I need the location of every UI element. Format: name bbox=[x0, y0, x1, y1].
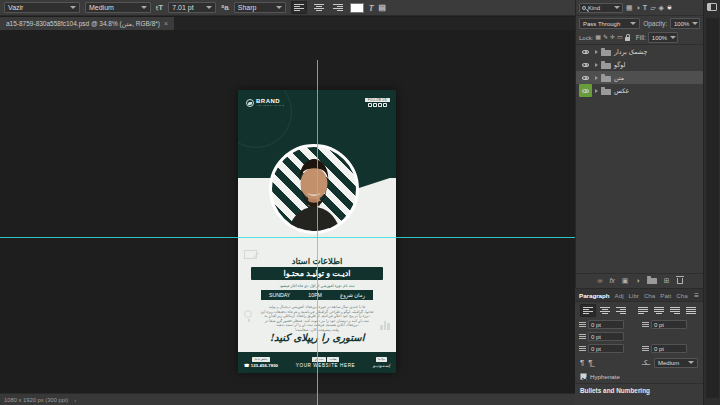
tab-character[interactable]: Cha bbox=[644, 292, 655, 299]
font-family-select[interactable]: Vazir bbox=[4, 2, 80, 13]
layer-name: متن bbox=[614, 74, 624, 81]
ltr-paragraph-icon[interactable]: ¶ bbox=[580, 358, 584, 367]
bullets-section-header[interactable]: Bullets and Numbering bbox=[575, 383, 703, 397]
para-align-left-button[interactable] bbox=[580, 304, 596, 317]
filter-type-icon[interactable]: T bbox=[643, 4, 647, 11]
para-justify-last-center-button[interactable] bbox=[652, 305, 666, 316]
kashida-value: Medium bbox=[658, 360, 679, 366]
eye-icon bbox=[582, 50, 589, 54]
layer-row[interactable]: چشمک بردار bbox=[576, 45, 703, 58]
chevron-down-icon bbox=[70, 6, 76, 9]
signature-text: اِسـتـودیـو bbox=[373, 363, 390, 368]
document-title: a15-8759-830a558fc104.psd @ 34.8% (متن, … bbox=[6, 20, 160, 28]
horizontal-guide[interactable] bbox=[0, 237, 575, 238]
fill-label: Fill: bbox=[636, 34, 646, 41]
new-group-icon[interactable] bbox=[647, 278, 657, 284]
site-tag-1: ثبت نام bbox=[312, 357, 326, 362]
space-after-value[interactable]: 0 pt bbox=[651, 344, 687, 353]
tab-channels[interactable]: Cha bbox=[676, 292, 687, 299]
fill-select[interactable]: 100% bbox=[648, 32, 678, 43]
document-tab-bar: a15-8759-830a558fc104.psd @ 34.8% (متن, … bbox=[0, 17, 575, 30]
toggle-panels-icon[interactable]: ▤ bbox=[379, 3, 387, 12]
opacity-select[interactable]: 100% bbox=[670, 18, 700, 29]
layer-row[interactable]: لوگو bbox=[576, 58, 703, 71]
adjustment-layer-icon[interactable]: ◑ bbox=[635, 277, 639, 284]
filter-pixel-icon[interactable]: ▦ bbox=[626, 4, 633, 11]
para-align-right-button[interactable] bbox=[614, 305, 628, 316]
layer-row-selected[interactable]: متن bbox=[576, 71, 703, 84]
align-left-button[interactable] bbox=[291, 1, 307, 14]
brand-tagline: ADVERTISING bbox=[256, 104, 285, 107]
visibility-toggle[interactable] bbox=[579, 84, 592, 97]
lock-artboard-icon[interactable]: ▭ bbox=[617, 34, 623, 41]
lock-position-icon[interactable]: ✛ bbox=[610, 34, 615, 41]
para-align-center-button[interactable] bbox=[598, 305, 612, 316]
lock-all-icon[interactable] bbox=[625, 37, 630, 41]
canvas-area[interactable]: BRAND ADVERTISING FOLLOW US bbox=[0, 30, 575, 393]
lock-pixels-icon[interactable]: ✎ bbox=[603, 34, 608, 41]
expand-chevron-icon[interactable] bbox=[595, 89, 598, 93]
filter-toggle-icon[interactable] bbox=[667, 5, 672, 10]
collapsed-panel-dock bbox=[703, 0, 720, 405]
document-tab[interactable]: a15-8759-830a558fc104.psd @ 34.8% (متن, … bbox=[0, 17, 174, 30]
indent-left-value[interactable]: 0 pt bbox=[588, 320, 624, 329]
eye-icon bbox=[582, 89, 589, 93]
lock-transparency-icon[interactable]: ▦ bbox=[595, 34, 601, 41]
indent-right-field[interactable]: 0 pt bbox=[642, 320, 699, 329]
align-center-button[interactable] bbox=[312, 2, 326, 13]
align-right-button[interactable] bbox=[331, 2, 345, 13]
expand-chevron-icon[interactable] bbox=[595, 63, 598, 67]
space-after-field[interactable]: 0 pt bbox=[642, 344, 699, 353]
panel-collapse-icon[interactable] bbox=[707, 3, 717, 11]
chevron-down-icon bbox=[670, 36, 676, 39]
first-line-indent-field[interactable]: 0 pt bbox=[579, 332, 636, 341]
layer-row[interactable]: عکس bbox=[576, 84, 703, 97]
visibility-toggle[interactable] bbox=[579, 45, 592, 58]
filter-shape-icon[interactable]: ▱ bbox=[650, 4, 655, 11]
vertical-guide[interactable] bbox=[317, 60, 318, 405]
filter-smart-object-icon[interactable]: ◈ bbox=[659, 4, 664, 11]
visibility-toggle[interactable] bbox=[579, 71, 592, 84]
para-justify-last-right-button[interactable] bbox=[668, 305, 682, 316]
tab-paragraph[interactable]: Paragraph bbox=[579, 292, 610, 299]
layer-style-icon[interactable]: fx bbox=[609, 277, 614, 284]
new-layer-icon[interactable]: ⊞ bbox=[664, 277, 670, 285]
panel-menu-icon[interactable]: ≡ bbox=[694, 291, 699, 300]
filter-adjustment-icon[interactable]: ◑ bbox=[636, 4, 640, 11]
tab-patterns[interactable]: Patt bbox=[660, 292, 671, 299]
lock-row: Lock: ▦ ✎ ✛ ▭ Fill: 100% bbox=[576, 31, 703, 45]
link-layers-icon[interactable]: ∞ bbox=[597, 277, 602, 284]
visibility-toggle[interactable] bbox=[579, 58, 592, 71]
eye-icon bbox=[582, 63, 589, 67]
close-icon[interactable]: × bbox=[164, 20, 168, 27]
group-folder-icon bbox=[601, 50, 611, 56]
indent-left-field[interactable]: 0 pt bbox=[579, 320, 636, 329]
anti-alias-select[interactable]: Sharp bbox=[234, 2, 286, 13]
para-justify-all-button[interactable] bbox=[684, 305, 698, 316]
layer-mask-icon[interactable]: ▣ bbox=[622, 277, 629, 285]
delete-layer-icon[interactable] bbox=[677, 278, 683, 284]
hyphenate-checkbox[interactable] bbox=[580, 373, 587, 380]
first-line-indent-value[interactable]: 0 pt bbox=[588, 332, 624, 341]
space-before-field[interactable]: 0 pt bbox=[579, 344, 636, 353]
layer-filter-select[interactable]: Kind bbox=[579, 3, 623, 13]
tab-adjustments[interactable]: Adj bbox=[615, 292, 624, 299]
blend-mode-select[interactable]: Pass Through bbox=[579, 18, 640, 29]
para-justify-last-left-button[interactable] bbox=[636, 305, 650, 316]
tab-libraries[interactable]: Libr bbox=[629, 292, 639, 299]
warp-text-icon[interactable]: T̼ bbox=[369, 3, 374, 12]
schedule-time: 10PM bbox=[308, 292, 322, 298]
expand-chevron-icon[interactable] bbox=[595, 76, 598, 80]
rtl-paragraph-icon[interactable]: ¶̲ bbox=[588, 358, 592, 367]
text-color-swatch[interactable] bbox=[350, 3, 364, 13]
expand-chevron-icon[interactable] bbox=[595, 50, 598, 54]
font-style-select[interactable]: Medium bbox=[85, 2, 151, 13]
chevron-down-icon bbox=[692, 22, 698, 25]
space-after-icon bbox=[642, 346, 649, 351]
status-arrow-icon[interactable]: › bbox=[74, 397, 76, 403]
space-before-value[interactable]: 0 pt bbox=[588, 344, 624, 353]
indent-right-value[interactable]: 0 pt bbox=[651, 320, 687, 329]
kashida-select[interactable]: Medium bbox=[654, 358, 698, 368]
font-size-select[interactable]: 7.01 pt bbox=[168, 2, 216, 13]
man-portrait-illustration bbox=[272, 149, 356, 233]
